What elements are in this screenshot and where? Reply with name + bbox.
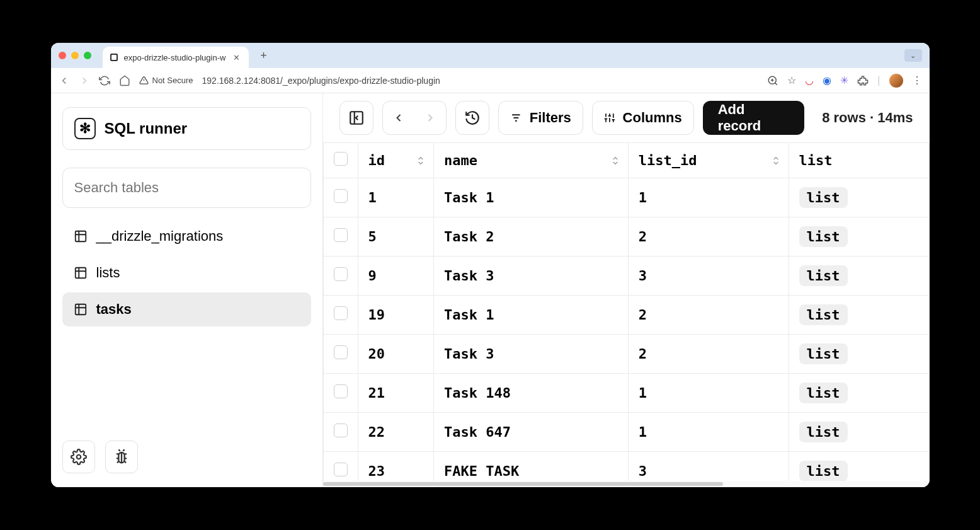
reload-button-icon[interactable] <box>99 75 110 86</box>
checkbox-icon[interactable] <box>334 228 348 242</box>
cell-name[interactable]: Task 2 <box>434 217 629 256</box>
cell-list[interactable]: list <box>789 256 929 296</box>
browser-tab[interactable]: expo-drizzle-studio-plugin-w ✕ <box>103 47 249 68</box>
cell-name[interactable]: Task 647 <box>434 413 629 452</box>
column-header-name[interactable]: name <box>434 143 629 178</box>
extension-eye-icon[interactable]: ◉ <box>823 74 831 86</box>
column-header-id[interactable]: id <box>358 143 434 178</box>
cell-id[interactable]: 20 <box>358 335 434 374</box>
add-record-button[interactable]: Add record <box>703 101 804 135</box>
cell-list-id[interactable]: 1 <box>628 374 789 413</box>
table-row[interactable]: 23FAKE TASK3list <box>323 452 929 481</box>
list-pill[interactable]: list <box>799 343 848 364</box>
list-pill[interactable]: list <box>799 226 848 247</box>
cell-id[interactable]: 1 <box>358 178 434 217</box>
column-header-list[interactable]: list <box>789 143 929 178</box>
table-item-tasks[interactable]: tasks <box>62 292 311 326</box>
cell-name[interactable]: Task 1 <box>434 296 629 335</box>
table-row[interactable]: 1Task 11list <box>323 178 929 217</box>
cell-list-id[interactable]: 1 <box>628 178 789 217</box>
cell-list[interactable]: list <box>789 335 929 374</box>
columns-button[interactable]: Columns <box>592 101 694 135</box>
row-checkbox-cell[interactable] <box>323 217 358 256</box>
row-checkbox-cell[interactable] <box>323 296 358 335</box>
horizontal-scrollbar[interactable] <box>323 481 930 487</box>
profile-avatar[interactable] <box>889 74 903 88</box>
table-row[interactable]: 9Task 33list <box>323 256 929 296</box>
cell-id[interactable]: 23 <box>358 452 434 481</box>
data-table-wrapper[interactable]: id name list_id list 1Task 11list5Task 2… <box>323 142 930 481</box>
row-checkbox-cell[interactable] <box>323 374 358 413</box>
cell-list[interactable]: list <box>789 413 929 452</box>
security-indicator[interactable]: Not Secure <box>139 76 193 85</box>
list-pill[interactable]: list <box>799 304 848 325</box>
select-all-header[interactable] <box>323 143 358 178</box>
table-row[interactable]: 19Task 12list <box>323 296 929 335</box>
table-row[interactable]: 5Task 22list <box>323 217 929 256</box>
list-pill[interactable]: list <box>799 187 848 208</box>
next-page-button[interactable] <box>414 112 446 124</box>
cell-id[interactable]: 5 <box>358 217 434 256</box>
table-item-lists[interactable]: lists <box>62 256 311 290</box>
row-checkbox-cell[interactable] <box>323 256 358 296</box>
sort-icon[interactable] <box>771 156 781 166</box>
row-checkbox-cell[interactable] <box>323 413 358 452</box>
cell-list[interactable]: list <box>789 296 929 335</box>
url-text[interactable]: 192.168.2.124:8081/_expo/plugins/expo-dr… <box>202 76 440 86</box>
cell-id[interactable]: 19 <box>358 296 434 335</box>
zoom-icon[interactable] <box>767 75 778 86</box>
checkbox-icon[interactable] <box>334 267 348 281</box>
collapse-sidebar-button[interactable] <box>339 101 373 135</box>
column-header-list-id[interactable]: list_id <box>628 143 789 178</box>
search-tables-input[interactable] <box>62 168 311 208</box>
list-pill[interactable]: list <box>799 422 848 442</box>
cell-list-id[interactable]: 2 <box>628 335 789 374</box>
checkbox-icon[interactable] <box>334 345 348 359</box>
checkbox-icon[interactable] <box>334 306 348 320</box>
settings-button[interactable] <box>62 441 95 473</box>
tabs-dropdown-button[interactable]: ⌄ <box>904 49 922 62</box>
cell-list-id[interactable]: 3 <box>628 452 789 481</box>
forward-button-icon[interactable] <box>79 75 90 86</box>
prev-page-button[interactable] <box>383 112 414 124</box>
list-pill[interactable]: list <box>799 383 848 403</box>
sql-runner-button[interactable]: ✻ SQL runner <box>62 107 311 150</box>
cell-name[interactable]: FAKE TASK <box>434 452 629 481</box>
home-button-icon[interactable] <box>119 75 130 86</box>
checkbox-icon[interactable] <box>334 189 348 203</box>
filters-button[interactable]: Filters <box>498 101 583 135</box>
cell-list-id[interactable]: 3 <box>628 256 789 296</box>
cell-list[interactable]: list <box>789 217 929 256</box>
list-pill[interactable]: list <box>799 265 848 286</box>
extension-snowflake-icon[interactable]: ✳ <box>840 74 848 86</box>
cell-list-id[interactable]: 1 <box>628 413 789 452</box>
extensions-puzzle-icon[interactable] <box>857 75 869 86</box>
pocket-icon[interactable]: ◡ <box>805 74 814 86</box>
history-button[interactable] <box>455 101 489 135</box>
minimize-window-button[interactable] <box>71 52 79 59</box>
cell-list[interactable]: list <box>789 374 929 413</box>
cell-name[interactable]: Task 148 <box>434 374 629 413</box>
checkbox-icon[interactable] <box>334 152 348 166</box>
maximize-window-button[interactable] <box>84 52 91 59</box>
row-checkbox-cell[interactable] <box>323 178 358 217</box>
cell-list-id[interactable]: 2 <box>628 217 789 256</box>
kebab-menu-icon[interactable]: ⋮ <box>912 74 922 86</box>
row-checkbox-cell[interactable] <box>323 452 358 481</box>
checkbox-icon[interactable] <box>334 463 348 476</box>
cell-name[interactable]: Task 1 <box>434 178 629 217</box>
cell-list[interactable]: list <box>789 452 929 481</box>
checkbox-icon[interactable] <box>334 423 348 437</box>
close-tab-icon[interactable]: ✕ <box>231 53 242 62</box>
table-row[interactable]: 22Task 6471list <box>323 413 929 452</box>
cell-list[interactable]: list <box>789 178 929 217</box>
cell-list-id[interactable]: 2 <box>628 296 789 335</box>
back-button-icon[interactable] <box>59 75 70 86</box>
cell-name[interactable]: Task 3 <box>434 256 629 296</box>
row-checkbox-cell[interactable] <box>323 335 358 374</box>
cell-name[interactable]: Task 3 <box>434 335 629 374</box>
cell-id[interactable]: 22 <box>358 413 434 452</box>
cell-id[interactable]: 9 <box>358 256 434 296</box>
debug-button[interactable] <box>105 441 138 473</box>
table-row[interactable]: 21Task 1481list <box>323 374 929 413</box>
